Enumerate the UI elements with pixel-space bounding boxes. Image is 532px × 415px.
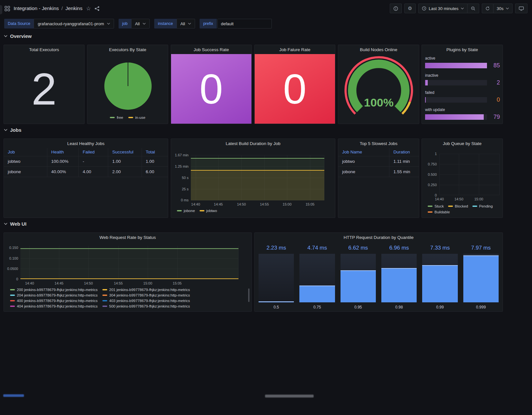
breadcrumb-dashboard[interactable]: Jenkins — [65, 6, 83, 11]
legend-item[interactable]: 201 jenkins-b99778679-fhjkz:jenkins:http… — [102, 288, 195, 292]
column-header-job-name[interactable]: Job Name — [338, 148, 389, 156]
variable-job: job All — [119, 19, 150, 28]
quantile-label: 0.75 — [299, 305, 335, 309]
legend-item[interactable]: 500 jenkins-b99778679-fhjkz:jenkins:http… — [102, 304, 195, 308]
time-series-plot[interactable]: 14:40 14:45 14:50 14:55 15:00 15:05 — [191, 155, 324, 200]
time-series-plot[interactable]: 14:40 14:50 15:00 — [439, 154, 500, 195]
column-header-duration[interactable]: Duration — [389, 148, 419, 156]
instance-select[interactable]: All — [177, 19, 195, 28]
legend-item[interactable]: 204 jenkins-b99778679-fhjkz:jenkins:http… — [10, 293, 102, 297]
job-select[interactable]: All — [131, 19, 150, 28]
column-header-job[interactable]: Job — [4, 148, 47, 156]
bar-value: 6.96 ms — [381, 245, 417, 252]
quantile-column: 2.23 ms 0.5 — [259, 242, 294, 309]
prefix-label: prefix — [200, 19, 217, 28]
legend-item[interactable]: jobtwo — [200, 209, 217, 213]
bar-gauge-track[interactable] — [381, 254, 417, 302]
cell: jobtwo — [338, 156, 389, 167]
legend-item[interactable]: Blocked — [448, 204, 468, 208]
legend-item[interactable]: 404 jenkins-b99778679-fhjkz:jenkins:http… — [10, 304, 102, 308]
bar-gauge-track[interactable] — [259, 254, 294, 302]
datasource-select[interactable]: grafanacloud-ryanggrafana01-prom — [34, 19, 114, 28]
least-healthy-table: Job Health Failed Successful Total jobtw… — [4, 148, 168, 177]
series-line-jobone — [191, 158, 324, 159]
panel-plugins-by-state: Plugins by State active 85 inactive 2 fa… — [422, 45, 503, 124]
panel-least-healthy-jobs: Least Healthy Jobs Job Health Failed Suc… — [4, 139, 168, 218]
panel-title[interactable]: Executors By State — [87, 45, 168, 54]
column-header-successful[interactable]: Successful — [108, 148, 142, 156]
panel-title[interactable]: Total Executors — [4, 45, 84, 54]
breadcrumb-folder[interactable]: Integration - Jenkins — [14, 6, 59, 11]
gridline — [439, 195, 500, 195]
legend-swatch — [472, 206, 477, 207]
bar-gauge-label: inactive — [425, 73, 500, 78]
star-icon[interactable]: ☆ — [86, 6, 91, 11]
panel-title[interactable]: Build Nodes Online — [338, 45, 419, 54]
gridline — [439, 164, 500, 164]
refresh-button[interactable] — [482, 4, 493, 13]
legend-item[interactable]: in-use — [128, 116, 145, 119]
legend-item[interactable]: free — [110, 116, 123, 119]
legend-item[interactable]: 200 jenkins-b99778679-fhjkz:jenkins:http… — [10, 288, 102, 292]
bar-value: 6.62 ms — [341, 245, 376, 252]
dashboard-settings-button[interactable]: ⚙ — [404, 4, 416, 13]
panel-title[interactable]: Job Success Rate — [171, 45, 251, 54]
bar-gauge-fill — [341, 270, 376, 302]
y-tick: 0.750 — [422, 162, 437, 166]
legend-item[interactable]: Stuck — [428, 204, 444, 208]
legend-item[interactable]: 403 jenkins-b99778679-fhjkz:jenkins:http… — [102, 299, 195, 303]
variable-datasource: Data Source grafanacloud-ryanggrafana01-… — [4, 19, 114, 28]
bar-gauge-track[interactable] — [422, 254, 457, 302]
panel-title[interactable]: Job Queue by State — [422, 139, 503, 148]
panel-title[interactable]: Job Falure Rate — [255, 45, 335, 54]
stat-value: 0 — [255, 54, 335, 124]
share-icon[interactable] — [95, 6, 99, 11]
legend-item[interactable]: jobone — [177, 209, 195, 213]
chevron-down-icon — [107, 23, 110, 25]
gauge: 100% — [341, 56, 416, 120]
bar-gauge-track — [425, 63, 487, 68]
panel-title[interactable]: Least Healthy Jobs — [4, 139, 168, 148]
bar-gauge-list: active 85 inactive 2 failed 0 with updat… — [425, 56, 500, 120]
legend-item[interactable]: 304 jenkins-b99778679-fhjkz:jenkins:http… — [102, 293, 195, 297]
time-range-picker[interactable]: Last 30 minutes — [418, 4, 468, 13]
dashboard-info-button[interactable] — [390, 4, 402, 13]
column-header-health[interactable]: Health — [47, 148, 78, 156]
cell: 4.00 — [79, 167, 108, 177]
bar-gauge-row: active 85 — [425, 56, 500, 69]
panel-title[interactable]: Plugins by State — [422, 45, 503, 54]
chevron-down-icon — [4, 35, 7, 37]
legend-label: 204 jenkins-b99778679-fhjkz:jenkins:http… — [17, 293, 98, 297]
legend-item[interactable]: Buildable — [428, 210, 450, 214]
panel-title[interactable]: HTTP Request Duration by Quantile — [255, 233, 503, 242]
time-series-plot[interactable]: 14:40 14:45 14:50 14:55 15:00 15:05 — [20, 246, 238, 279]
refresh-interval-picker[interactable]: 30s — [493, 4, 513, 13]
panel-build-nodes-online: Build Nodes Online 100% — [338, 45, 419, 124]
panel-title[interactable]: Top 5 Slowest Jobs — [338, 139, 419, 148]
legend-item[interactable]: 400 jenkins-b99778679-fhjkz:jenkins:http… — [10, 299, 102, 303]
panel-title[interactable]: Latest Build Duration by Job — [171, 139, 335, 148]
y-tick: 0.500 — [422, 172, 437, 177]
pie-chart[interactable] — [104, 62, 152, 110]
legend-label: 404 jenkins-b99778679-fhjkz:jenkins:http… — [17, 304, 98, 308]
tv-mode-button[interactable] — [515, 4, 527, 13]
bar-gauge-track[interactable] — [299, 254, 335, 302]
section-overview[interactable]: Overview — [4, 33, 32, 39]
bar-gauge-track[interactable] — [341, 254, 376, 302]
panel-http-duration-quantile: HTTP Request Duration by Quantile 2.23 m… — [254, 232, 503, 312]
bar-gauge-track[interactable] — [463, 254, 499, 302]
zoom-out-time-button[interactable] — [468, 4, 479, 13]
panel-job-success-rate: Job Success Rate 0 — [171, 45, 252, 124]
x-tick: 15:05 — [173, 281, 182, 285]
legend-swatch — [428, 211, 433, 213]
panel-job-failure-rate: Job Falure Rate 0 — [254, 45, 335, 124]
column-header-failed[interactable]: Failed — [79, 148, 108, 156]
legend-item[interactable]: Pending — [472, 204, 493, 208]
section-jobs[interactable]: Jobs — [4, 127, 21, 133]
legend-scrollbar[interactable] — [248, 288, 249, 302]
panel-title[interactable]: Web Request Rate by Status — [4, 233, 251, 242]
prefix-input[interactable] — [217, 19, 272, 28]
section-web-ui[interactable]: Web UI — [4, 221, 27, 227]
column-header-total[interactable]: Total — [142, 148, 168, 156]
dashboards-grid-icon[interactable] — [5, 6, 10, 11]
